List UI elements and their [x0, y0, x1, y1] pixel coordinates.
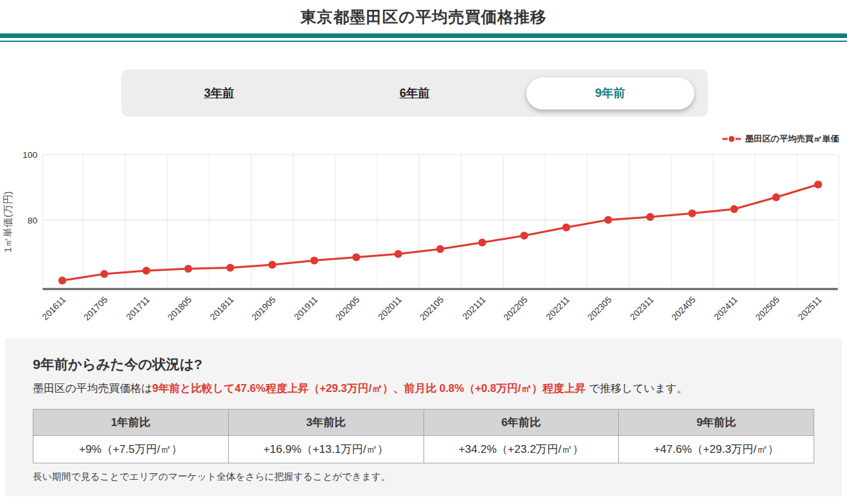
svg-text:201911: 201911: [292, 295, 320, 322]
svg-text:202105: 202105: [418, 295, 445, 322]
comparison-table: 1年前比 3年前比 6年前比 9年前比 +9%（+7.5万円/㎡） +16.9%…: [33, 409, 814, 463]
value-6year: +34.2%（+23.2万円/㎡）: [424, 436, 619, 463]
header-6year: 6年前比: [424, 410, 619, 436]
svg-text:100: 100: [22, 150, 37, 160]
price-chart[interactable]: 801001㎡単価(万円)201611201705201711201805201…: [0, 148, 847, 332]
svg-text:201611: 201611: [40, 295, 68, 322]
svg-text:201811: 201811: [208, 295, 236, 322]
y-axis-title: 1㎡単価(万円): [2, 191, 13, 252]
svg-text:202311: 202311: [628, 295, 656, 322]
svg-text:202205: 202205: [502, 295, 529, 322]
comparison-header-row: 1年前比 3年前比 6年前比 9年前比: [33, 410, 814, 436]
title-rule-thick: [0, 33, 847, 38]
page: 東京都墨田区の平均売買価格推移 3年前 6年前 9年前 墨田区の平均売買㎡単価 …: [0, 0, 847, 504]
data-point[interactable]: [142, 267, 150, 275]
legend-label: 墨田区の平均売買㎡単価: [745, 133, 839, 145]
data-point[interactable]: [562, 223, 570, 231]
data-point[interactable]: [394, 250, 402, 258]
summary-panel: 9年前からみた今の状況は? 墨田区の平均売買価格は9年前と比較して47.6%程度…: [5, 338, 842, 496]
summary-lead: 墨田区の平均売買価格は9年前と比較して47.6%程度上昇（+29.3万円/㎡）、…: [33, 381, 814, 396]
svg-text:202511: 202511: [796, 295, 823, 322]
data-point[interactable]: [646, 213, 654, 221]
y-axis-labels: 80100: [22, 150, 37, 225]
header-1year: 1年前比: [33, 410, 229, 436]
data-point[interactable]: [814, 181, 822, 189]
svg-text:202005: 202005: [334, 295, 361, 322]
comparison-value-row: +9%（+7.5万円/㎡） +16.9%（+13.1万円/㎡） +34.2%（+…: [33, 436, 814, 463]
title-rule-thin: [0, 41, 847, 42]
value-3year: +16.9%（+13.1万円/㎡）: [228, 436, 424, 463]
svg-text:202305: 202305: [585, 295, 613, 322]
svg-text:201905: 201905: [250, 295, 277, 322]
chart-legend: 墨田区の平均売買㎡単価: [0, 132, 839, 145]
header-9year: 9年前比: [619, 410, 814, 436]
summary-note: 長い期間で見ることでエリアのマーケット全体をさらに把握することができます。: [33, 471, 814, 483]
data-point[interactable]: [100, 270, 108, 278]
tab-6years[interactable]: 6年前: [317, 69, 512, 117]
data-point[interactable]: [352, 254, 360, 262]
x-axis-labels: 2016112017052017112018052018112019052019…: [40, 295, 823, 322]
svg-text:80: 80: [28, 216, 37, 225]
data-point[interactable]: [688, 210, 696, 218]
svg-text:202405: 202405: [669, 295, 697, 322]
svg-text:202505: 202505: [754, 295, 781, 322]
svg-text:201805: 201805: [166, 295, 193, 322]
value-9year: +47.6%（+29.3万円/㎡）: [619, 436, 814, 463]
summary-heading: 9年前からみた今の状況は?: [33, 355, 814, 374]
data-point[interactable]: [604, 216, 612, 224]
svg-text:202411: 202411: [712, 295, 739, 322]
tab-9years-label: 9年前: [595, 85, 625, 101]
legend-line-dot-icon: [722, 135, 741, 143]
data-point[interactable]: [268, 261, 276, 269]
data-point[interactable]: [226, 264, 234, 272]
tab-9years[interactable]: 9年前: [513, 69, 708, 117]
tab-9years-pill: 9年前: [526, 77, 694, 109]
gridlines: [43, 155, 839, 289]
data-point[interactable]: [437, 245, 444, 253]
price-line: [62, 185, 818, 281]
data-point[interactable]: [58, 277, 66, 284]
data-point[interactable]: [521, 232, 528, 240]
svg-text:202011: 202011: [376, 295, 404, 322]
summary-lead-plain: 墨田区の平均売買価格は: [33, 382, 152, 394]
data-point[interactable]: [479, 239, 486, 246]
price-chart-svg[interactable]: 801001㎡単価(万円)201611201705201711201805201…: [0, 148, 847, 329]
summary-lead-tail: で推移しています。: [586, 382, 688, 394]
svg-text:202211: 202211: [544, 295, 572, 322]
svg-text:201711: 201711: [124, 295, 151, 322]
svg-text:202111: 202111: [461, 295, 488, 322]
tab-3years-label: 3年前: [204, 85, 234, 101]
data-point[interactable]: [184, 265, 192, 273]
data-point[interactable]: [730, 205, 738, 213]
tab-3years[interactable]: 3年前: [121, 69, 317, 117]
page-title: 東京都墨田区の平均売買価格推移: [0, 7, 847, 28]
period-tab-bar: 3年前 6年前 9年前: [121, 69, 708, 117]
tab-6years-label: 6年前: [399, 85, 429, 101]
page-header: 東京都墨田区の平均売買価格推移: [0, 0, 847, 42]
header-3year: 3年前比: [228, 410, 424, 436]
data-point[interactable]: [772, 193, 780, 201]
value-1year: +9%（+7.5万円/㎡）: [33, 436, 229, 463]
svg-text:201705: 201705: [82, 295, 109, 322]
summary-lead-highlight: 9年前と比較して47.6%程度上昇（+29.3万円/㎡）、前月比 0.8%（+0…: [152, 382, 585, 394]
data-point[interactable]: [310, 257, 318, 265]
